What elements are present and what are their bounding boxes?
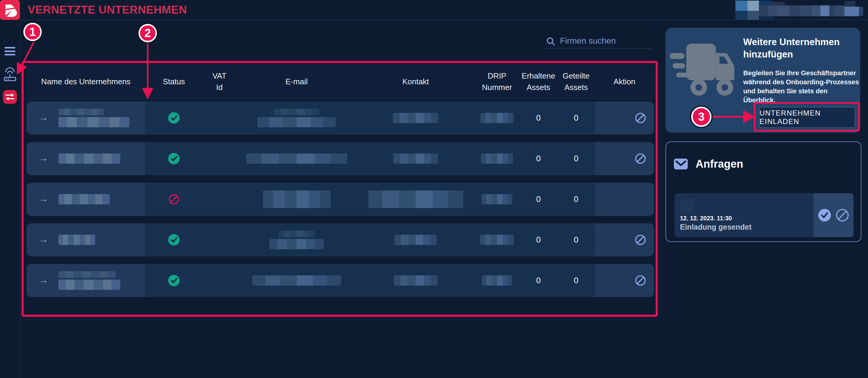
- col-status: Status: [163, 76, 185, 88]
- vat-id-cell: [203, 183, 236, 216]
- redacted-name: [59, 194, 110, 204]
- col-aktion: Aktion: [614, 76, 635, 88]
- col-drip-nummer: DRIP Nummer: [479, 70, 515, 93]
- redacted-email: [246, 153, 347, 164]
- drip-nummer-cell: [474, 264, 520, 297]
- invite-card-description: Begleiten Sie Ihre Geschäftspartner währ…: [743, 69, 859, 105]
- action-cell: [595, 264, 654, 297]
- col-vat-id: VAT Id: [210, 70, 229, 93]
- requests-card-title: Anfragen: [695, 158, 743, 170]
- kontakt-cell: [357, 101, 474, 135]
- shared-assets-cell: 0: [557, 264, 595, 297]
- status-cell: [145, 142, 203, 175]
- invite-company-button[interactable]: UNTERNEHMEN EINLADEN: [759, 107, 855, 128]
- kontakt-cell: [357, 142, 474, 175]
- shared-assets-value: 0: [574, 195, 578, 204]
- block-company-icon[interactable]: [634, 274, 647, 287]
- redacted-name: [59, 117, 129, 127]
- redacted-email-pre: [278, 231, 315, 237]
- redacted-kontakt: [394, 275, 438, 286]
- table-header-row: Name des Unternehmens Status VAT Id E-ma…: [27, 65, 654, 99]
- menu-icon[interactable]: [4, 47, 16, 56]
- svg-text:1: 1: [29, 26, 36, 38]
- redacted-email: [270, 239, 324, 249]
- svg-text:2: 2: [144, 27, 151, 39]
- block-company-icon[interactable]: [634, 112, 647, 124]
- company-name-cell: →: [27, 142, 145, 175]
- received-assets-cell: 0: [520, 142, 557, 175]
- drip-logo-glyph: [3, 3, 17, 17]
- search-icon[interactable]: [546, 37, 556, 46]
- status-cell: [145, 223, 203, 256]
- redacted-drip-nummer: [482, 194, 513, 204]
- decline-request-icon[interactable]: [836, 209, 849, 222]
- shared-assets-value: 0: [574, 113, 578, 123]
- redacted-kontakt: [368, 191, 463, 208]
- expand-row-arrow-icon[interactable]: →: [38, 275, 48, 285]
- received-assets-cell: 0: [520, 264, 557, 297]
- received-assets-value: 0: [536, 276, 541, 285]
- redacted-drip-nummer: [480, 113, 514, 123]
- accept-request-icon[interactable]: [818, 209, 831, 222]
- email-cell: [236, 223, 357, 256]
- redacted-name: [59, 153, 120, 164]
- action-cell: [595, 223, 654, 256]
- redacted-drip-nummer: [482, 275, 512, 286]
- vat-id-cell: [203, 142, 236, 175]
- shared-assets-cell: 0: [557, 101, 595, 135]
- redacted-kontakt: [393, 113, 438, 123]
- redacted-name: [59, 280, 120, 290]
- status-verified-icon: [167, 112, 180, 124]
- received-assets-value: 0: [536, 195, 541, 204]
- table-row[interactable]: →: [27, 223, 654, 256]
- email-cell: [236, 101, 357, 135]
- annotation-arrow-1: [22, 40, 35, 64]
- annotation-circle-2: 2: [138, 23, 158, 43]
- request-timestamp: 12. 12. 2023. 11:30: [680, 215, 732, 222]
- received-assets-cell: 0: [520, 223, 557, 256]
- expand-row-arrow-icon[interactable]: →: [38, 112, 48, 122]
- kontakt-cell: [357, 264, 474, 297]
- received-assets-value: 0: [536, 113, 541, 123]
- table-row[interactable]: →: [27, 183, 654, 216]
- expand-row-arrow-icon[interactable]: →: [38, 153, 48, 163]
- vat-id-cell: [203, 264, 236, 297]
- block-company-icon[interactable]: [634, 234, 647, 246]
- col-geteilte-assets: Geteilte Assets: [558, 70, 594, 93]
- company-name-cell: →: [27, 223, 145, 256]
- block-company-icon[interactable]: [634, 152, 647, 165]
- drip-logo: [0, 0, 20, 20]
- company-name-cell: →: [27, 183, 145, 216]
- requests-card: Anfragen 12. 12. 2023. 11:30 Einladung g…: [665, 141, 861, 242]
- action-cell: [595, 101, 654, 135]
- redacted-drip-nummer: [480, 235, 514, 245]
- table-row[interactable]: →: [27, 264, 654, 297]
- sidebar-item-devices[interactable]: [3, 67, 17, 82]
- request-status: Einladung gesendet: [680, 223, 752, 232]
- status-cell: [145, 101, 203, 135]
- redacted-name: [59, 235, 95, 245]
- shared-assets-value: 0: [574, 154, 578, 164]
- table-row[interactable]: →: [27, 142, 654, 175]
- received-assets-cell: 0: [520, 101, 557, 135]
- company-name-cell: →: [27, 101, 145, 135]
- expand-row-arrow-icon[interactable]: →: [38, 194, 48, 203]
- mail-envelope-icon: [674, 159, 688, 169]
- search-input[interactable]: [559, 34, 651, 47]
- drip-nummer-cell: [474, 183, 520, 216]
- company-search: [542, 34, 652, 48]
- status-verified-icon: [167, 152, 180, 165]
- sidebar-item-connections[interactable]: [3, 90, 17, 104]
- status-verified-icon: [167, 274, 180, 287]
- expand-row-arrow-icon[interactable]: →: [38, 235, 48, 244]
- shared-assets-value: 0: [574, 235, 578, 245]
- invite-companies-card: Weitere Unternehmen hinzufügen Begleiten…: [665, 28, 860, 133]
- action-cell: [595, 142, 654, 175]
- col-name: Name des Unternehmens: [41, 76, 130, 88]
- redacted-kontakt: [395, 235, 437, 245]
- shared-assets-cell: 0: [557, 142, 595, 175]
- page-title: VERNETZTE UNTERNEHMEN: [28, 0, 187, 20]
- status-cell: [145, 264, 203, 297]
- table-row[interactable]: →: [27, 101, 654, 135]
- redacted-email-pre: [274, 109, 319, 115]
